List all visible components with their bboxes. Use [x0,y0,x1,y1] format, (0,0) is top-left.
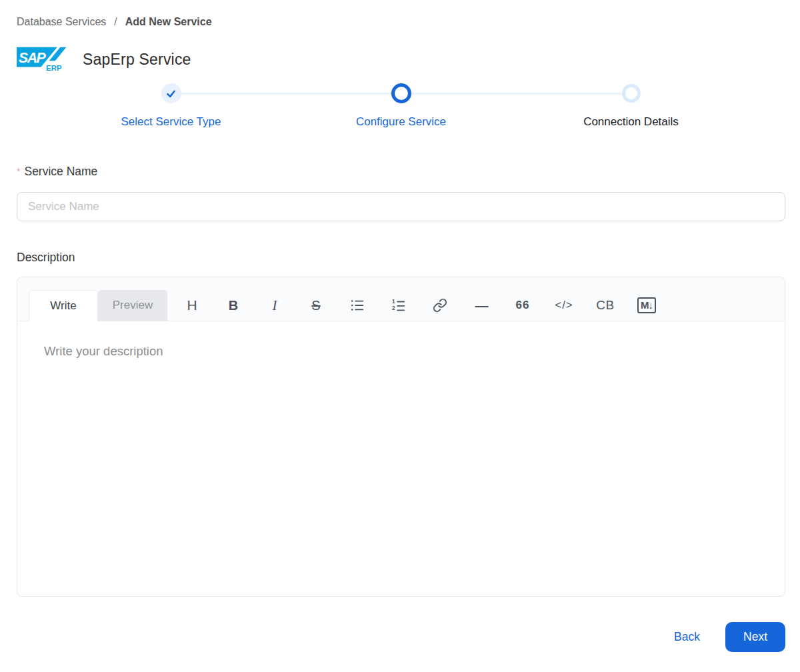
back-button[interactable]: Back [674,630,700,644]
add-new-service-page: Database Services / Add New Service SAP … [0,0,800,652]
sap-erp-logo-icon: SAP ERP [17,46,67,73]
service-name-label-row: * Service Name [17,165,785,179]
stepper-connector-2 [411,93,622,95]
markdown-editor-header: Write Preview H B I S [17,277,785,321]
step-connection-details-indicator [622,84,641,103]
code-block-icon[interactable]: CB [585,290,626,321]
description-label: Description [17,251,785,265]
horizontal-rule-icon[interactable]: — [461,290,502,321]
svg-text:SAP: SAP [19,50,47,66]
step-select-service-type-indicator [161,83,181,103]
step-label-configure-service: Configure Service [288,115,515,129]
italic-icon[interactable]: I [254,290,295,321]
unordered-list-icon[interactable] [337,290,378,321]
markdown-guide-icon[interactable]: M↓ [626,290,667,321]
editor-toolbar: H B I S [171,290,667,321]
editor-body [17,321,785,596]
markdown-editor: Write Preview H B I S [17,277,785,597]
wizard-actions: Back Next [17,622,785,652]
service-name-label: Service Name [24,165,97,179]
required-asterisk: * [17,166,20,177]
check-icon [166,89,176,99]
breadcrumb-database-services[interactable]: Database Services [17,16,106,28]
breadcrumb: Database Services / Add New Service [17,16,785,28]
code-icon[interactable]: </> [543,290,585,321]
service-name-input[interactable] [17,192,785,221]
step-label-select-service-type: Select Service Type [58,115,285,129]
ordered-list-icon[interactable]: 1 2 [378,290,419,321]
step-label-connection-details: Connection Details [518,115,745,129]
svg-text:ERP: ERP [46,64,62,72]
tab-write[interactable]: Write [29,290,98,321]
bold-icon[interactable]: B [213,290,254,321]
editor-tabs: Write Preview [29,290,167,321]
link-icon[interactable] [419,290,461,321]
description-textarea[interactable] [17,321,785,596]
strikethrough-icon[interactable]: S [295,290,337,321]
stepper: Select Service Type Configure Service Co… [17,83,785,165]
tab-preview[interactable]: Preview [98,290,167,321]
service-header: SAP ERP SapErp Service [17,46,785,73]
page-title: SapErp Service [83,51,191,69]
heading-icon[interactable]: H [171,290,213,321]
next-button[interactable]: Next [725,622,785,652]
quote-icon[interactable]: 66 [502,290,543,321]
breadcrumb-add-new-service: Add New Service [125,16,212,28]
breadcrumb-separator: / [114,16,117,28]
stepper-connector-1 [181,93,391,95]
svg-text:1: 1 [392,299,395,305]
step-configure-service-indicator [391,83,411,103]
svg-text:2: 2 [392,305,395,311]
